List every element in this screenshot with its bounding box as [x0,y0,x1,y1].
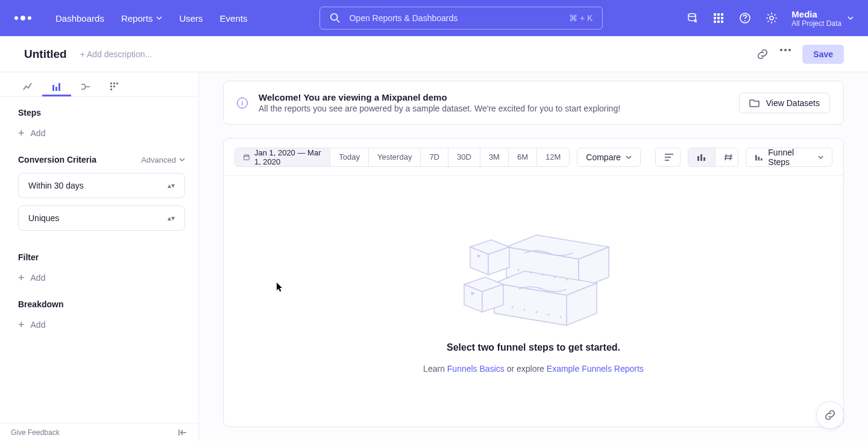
nav-dashboards[interactable]: Dashboards [55,13,104,23]
section-breakdown: Breakdown + Add [0,289,198,336]
svg-rect-36 [703,157,705,161]
search-shortcut: ⌘ + K [569,13,593,23]
section-steps: Steps + Add [0,97,198,144]
nav-reports[interactable]: Reports [121,13,163,23]
chevron-down-icon [626,154,632,160]
empty-illustration [440,229,627,331]
banner-title: Welcome! You are viewing a Mixpanel demo [259,92,620,102]
svg-point-44 [566,279,568,281]
range-30d[interactable]: 30D [448,148,480,166]
chevron-down-icon [818,154,823,160]
svg-point-15 [780,49,782,51]
counting-method-select[interactable]: Uniques ▴▾ [18,205,185,231]
range-today[interactable]: Today [330,148,369,166]
add-breakdown-label: Add [31,320,46,330]
add-filter-button[interactable]: + Add [18,271,185,285]
filter-heading: Filter [18,252,185,262]
svg-point-42 [542,274,544,276]
tab-retention[interactable] [100,78,129,96]
range-12m[interactable]: 12M [537,148,569,166]
add-breakdown-button[interactable]: + Add [18,317,185,332]
chart-card: Jan 1, 2020 — Mar 1, 2020 Today Yesterda… [223,138,844,427]
global-search[interactable]: Open Reports & Dashboards ⌘ + K [319,7,603,30]
conversion-heading: Conversion Criteria [18,155,96,164]
main-content: i Welcome! You are viewing a Mixpanel de… [199,72,868,441]
svg-rect-18 [52,85,54,91]
range-6m[interactable]: 6M [509,148,537,166]
view-datasets-button[interactable]: View Datasets [739,93,830,113]
chart-bar-icon[interactable] [688,148,715,166]
svg-rect-11 [721,20,723,23]
project-switcher[interactable]: Media All Project Data [791,9,854,28]
tab-insights[interactable] [13,78,42,96]
svg-point-48 [548,314,550,316]
nav-reports-label: Reports [121,13,153,23]
flow-icon [80,81,91,92]
report-title[interactable]: Untitled [24,48,67,61]
view-mode-group [655,148,681,167]
line-chart-icon [22,81,33,92]
svg-rect-37 [755,155,757,160]
svg-line-1 [337,20,340,23]
svg-point-43 [554,277,556,278]
funnels-basics-link[interactable]: Funnels Basics [447,364,505,374]
range-7d[interactable]: 7D [421,148,448,166]
share-link-icon[interactable] [756,48,769,60]
svg-rect-22 [113,83,115,84]
svg-rect-9 [714,20,716,23]
svg-rect-23 [116,83,118,84]
svg-point-16 [784,49,787,51]
help-icon[interactable] [738,11,752,25]
banner-subtitle: All the reports you see are powered by a… [259,104,620,113]
tab-funnels[interactable] [42,78,71,96]
apps-grid-icon[interactable] [712,11,725,25]
tab-flows[interactable] [71,78,100,96]
compare-button[interactable]: Compare [577,148,641,167]
save-button[interactable]: Save [802,45,844,64]
database-icon[interactable] [685,11,699,25]
empty-subtitle: Learn Funnels Basics or explore Example … [423,364,644,374]
steps-heading: Steps [18,108,185,117]
link-icon [824,409,836,421]
svg-point-17 [788,49,791,51]
view-list-icon[interactable] [656,148,681,166]
svg-point-40 [518,269,520,271]
add-step-label: Add [31,128,46,138]
svg-point-46 [524,309,526,311]
conversion-window-select[interactable]: Within 30 days ▴▾ [18,173,185,198]
chevron-down-icon [156,15,162,21]
svg-rect-5 [721,13,723,16]
feedback-link[interactable]: Give Feedback [11,428,60,437]
add-step-button[interactable]: + Add [18,126,185,140]
svg-rect-39 [761,158,763,160]
advanced-toggle[interactable]: Advanced [141,155,185,164]
collapse-panel-icon[interactable] [178,428,187,437]
range-yesterday[interactable]: Yesterday [369,148,421,166]
empty-state: Select two funnel steps to get started. … [224,176,843,427]
viz-type-select[interactable]: Funnel Steps [746,148,832,167]
date-range-picker[interactable]: Jan 1, 2020 — Mar 1, 2020 [235,148,330,166]
empty-mid: or explore [505,364,547,374]
example-reports-link[interactable]: Example Funnels Reports [547,364,644,374]
description-placeholder[interactable]: + Add description... [80,49,152,59]
svg-rect-34 [697,156,699,161]
more-menu-icon[interactable] [779,48,791,60]
svg-point-49 [560,316,562,318]
floating-link-button[interactable] [816,401,844,429]
chart-number-icon[interactable] [715,148,738,166]
nav-events[interactable]: Events [220,13,248,23]
compare-label: Compare [586,152,621,162]
svg-rect-4 [717,13,720,16]
conversion-window-value: Within 30 days [28,181,84,190]
svg-rect-27 [244,155,249,160]
svg-point-2 [688,14,696,17]
nav-users[interactable]: Users [179,13,203,23]
app-logo[interactable] [14,16,31,20]
left-panel: Steps + Add Conversion Criteria Advanced… [0,72,199,441]
settings-gear-icon[interactable] [765,11,778,25]
sort-icon: ▴▾ [168,184,175,188]
svg-rect-25 [113,86,115,87]
range-3m[interactable]: 3M [480,148,509,166]
search-placeholder: Open Reports & Dashboards [349,13,458,23]
plus-icon: + [18,129,25,137]
